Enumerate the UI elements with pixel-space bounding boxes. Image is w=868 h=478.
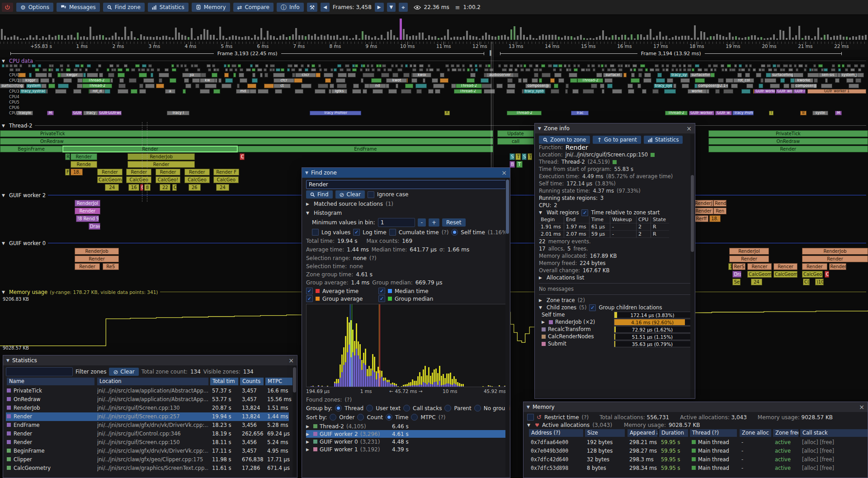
timeline-zone[interactable] bbox=[113, 68, 117, 71]
histogram-group-bar[interactable] bbox=[368, 376, 370, 387]
frame-bar[interactable] bbox=[836, 36, 838, 40]
frame-bar[interactable] bbox=[767, 38, 769, 40]
timeline-zone[interactable] bbox=[638, 68, 642, 71]
matched-source-locations-section[interactable]: ▶ Matched source locations (1) bbox=[306, 200, 506, 208]
timeline-zone[interactable] bbox=[32, 64, 36, 67]
timeline-zone[interactable] bbox=[764, 78, 776, 83]
timeline-zone[interactable]: rot_d bbox=[90, 89, 105, 94]
histogram-group-bar[interactable] bbox=[423, 382, 424, 387]
timeline-zone[interactable] bbox=[319, 68, 322, 71]
frame-bar[interactable] bbox=[862, 36, 863, 40]
frame-bar[interactable] bbox=[843, 37, 844, 40]
timeline-zone[interactable] bbox=[108, 73, 114, 77]
timeline-zone[interactable] bbox=[295, 89, 303, 94]
timeline-zone[interactable]: Sef bbox=[732, 279, 740, 285]
timeline-zone[interactable] bbox=[768, 68, 772, 71]
histogram-group-bar[interactable] bbox=[455, 384, 457, 387]
frame-bar[interactable] bbox=[523, 35, 525, 40]
histogram-group-bar[interactable] bbox=[392, 384, 393, 387]
frame-bar[interactable] bbox=[343, 36, 344, 40]
timeline-zone[interactable] bbox=[523, 78, 528, 83]
timeline-zone[interactable] bbox=[240, 68, 243, 71]
frame-bar[interactable] bbox=[311, 36, 313, 40]
scrollbar-thumb[interactable] bbox=[293, 367, 296, 393]
frame-bar[interactable] bbox=[846, 37, 848, 40]
close-icon[interactable]: × bbox=[501, 169, 507, 176]
column-header-counts[interactable]: Counts bbox=[240, 378, 264, 385]
timeline-zone[interactable] bbox=[381, 73, 389, 77]
prev-frame-button[interactable]: ◀ bbox=[321, 3, 330, 12]
frame-bar[interactable] bbox=[786, 38, 788, 40]
histogram-group-bar[interactable] bbox=[318, 386, 319, 387]
frame-bar[interactable] bbox=[134, 37, 136, 40]
timeline-zone[interactable] bbox=[98, 64, 101, 67]
timeline-zone[interactable] bbox=[224, 73, 229, 77]
timeline-zone[interactable] bbox=[318, 84, 328, 88]
frame-bar[interactable] bbox=[314, 34, 316, 40]
timeline-zone[interactable] bbox=[756, 73, 761, 77]
timeline-zone[interactable] bbox=[604, 78, 613, 83]
timeline-zone[interactable] bbox=[507, 84, 516, 88]
timeline-zone[interactable]: Render bbox=[62, 146, 238, 152]
histogram-section-header[interactable]: ▼ Histogram bbox=[306, 209, 506, 217]
timeline-zone[interactable] bbox=[377, 68, 381, 71]
timeline-zone[interactable]: GUIF worker 0 bbox=[754, 89, 775, 94]
column-header-thread[interactable]: Thread (?) bbox=[690, 429, 737, 437]
timeline-zone[interactable] bbox=[227, 64, 230, 67]
histogram-group-bar[interactable] bbox=[437, 385, 439, 387]
memory-titlebar[interactable]: ▼ Memory × bbox=[524, 402, 868, 412]
frame-bar[interactable] bbox=[789, 27, 791, 40]
timeline-zone[interactable] bbox=[673, 84, 676, 88]
timeline-zone[interactable] bbox=[252, 78, 258, 83]
timeline-zone[interactable] bbox=[180, 64, 183, 67]
timeline-zone[interactable] bbox=[139, 84, 143, 88]
frame-bar[interactable] bbox=[352, 38, 354, 40]
timeline-zone[interactable] bbox=[796, 68, 798, 71]
timeline-zone[interactable] bbox=[753, 68, 756, 71]
timeline-zone[interactable] bbox=[205, 84, 217, 88]
frame-bar[interactable] bbox=[827, 34, 829, 40]
histogram-group-bar[interactable] bbox=[363, 363, 364, 387]
timeline-zone[interactable] bbox=[311, 68, 316, 71]
timeline-zone[interactable] bbox=[633, 68, 636, 71]
time-ruler[interactable]: +55.83 s 1 ms2 ms3 ms4 ms5 ms6 ms7 ms8 m… bbox=[0, 42, 868, 50]
frame-bar[interactable] bbox=[558, 37, 560, 40]
frame-bar[interactable] bbox=[586, 38, 588, 40]
timeline-zone[interactable]: Draw bbox=[89, 223, 100, 230]
frame-bar[interactable] bbox=[324, 36, 326, 40]
frame-bar[interactable] bbox=[213, 35, 215, 40]
frame-bar[interactable] bbox=[669, 38, 670, 40]
timeline-zone[interactable] bbox=[440, 73, 444, 77]
histogram-group-bar[interactable] bbox=[354, 355, 355, 387]
timeline-zone[interactable] bbox=[805, 64, 807, 67]
timeline-zone[interactable] bbox=[452, 68, 456, 71]
timeline-zone[interactable]: 18. bbox=[71, 169, 83, 175]
timeline-zone[interactable] bbox=[96, 68, 99, 71]
timeline-zone[interactable]: sen-sis bbox=[819, 73, 838, 77]
timeline-zone[interactable] bbox=[821, 68, 824, 71]
timeline-zone[interactable] bbox=[75, 64, 79, 67]
frame-bar[interactable] bbox=[726, 37, 727, 40]
timeline-zone[interactable] bbox=[553, 68, 556, 71]
histogram-bar[interactable] bbox=[397, 386, 399, 387]
legend-checkbox[interactable] bbox=[378, 295, 385, 302]
timeline-zone[interactable] bbox=[416, 89, 422, 94]
column-header-name[interactable]: Name bbox=[7, 378, 94, 385]
timeline-zone[interactable] bbox=[683, 64, 686, 67]
frame-bar[interactable] bbox=[694, 25, 696, 40]
timeline-zone[interactable] bbox=[607, 84, 613, 88]
frame-bar[interactable] bbox=[567, 36, 569, 40]
timeline-zone[interactable] bbox=[135, 64, 140, 67]
timeline-zone[interactable] bbox=[627, 84, 633, 88]
frame-bar[interactable] bbox=[764, 38, 765, 40]
timeline-zone[interactable] bbox=[372, 68, 375, 71]
timeline-zone[interactable] bbox=[656, 78, 665, 83]
frame-bar[interactable] bbox=[770, 38, 772, 40]
child-zone-row[interactable]: CalcRenderNodes51.51 µs (1.15%) bbox=[539, 333, 691, 340]
frame-bar[interactable] bbox=[574, 38, 576, 40]
timeline-zone[interactable]: CalcGeo! bbox=[156, 176, 181, 183]
timeline-zone[interactable] bbox=[748, 68, 750, 71]
frame-bar[interactable] bbox=[207, 30, 208, 40]
frame-bar[interactable] bbox=[181, 35, 183, 40]
histogram-group-bar[interactable] bbox=[365, 365, 366, 387]
